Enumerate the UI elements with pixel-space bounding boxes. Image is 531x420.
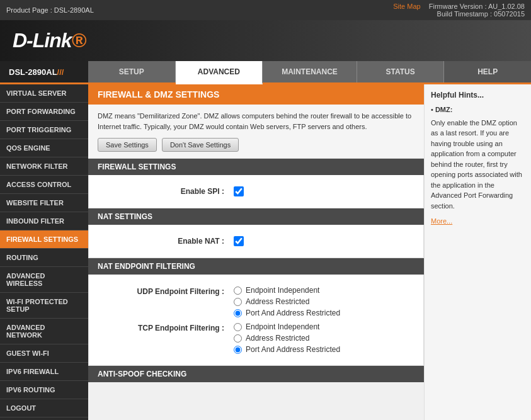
sidebar-item-virtual-server[interactable]: VIRTUAL SERVER <box>0 84 88 103</box>
tcp-port-address-restricted-radio[interactable] <box>234 346 242 354</box>
model-label: DSL-2890AL/// <box>0 61 88 82</box>
description-text: DMZ means "Demilitarized Zone". DMZ allo… <box>98 112 411 130</box>
udp-endpoint-independent-radio[interactable] <box>234 287 242 295</box>
sidebar-item-qos-engine[interactable]: QOS ENGINE <box>0 139 88 157</box>
tcp-port-address-restricted-row: Port And Address Restricted <box>234 345 340 354</box>
page-title: FIREWALL & DMZ SETTINGS <box>88 84 424 105</box>
logo-text: D-Link® <box>13 29 86 52</box>
sidebar: VIRTUAL SERVER PORT FORWARDING PORT TRIG… <box>0 84 88 420</box>
product-label: Product Page : DSL-2890AL <box>6 6 94 14</box>
sidebar-item-port-forwarding[interactable]: PORT FORWARDING <box>0 103 88 121</box>
nat-settings-header: NAT SETTINGS <box>88 208 424 225</box>
action-buttons: Save Settings Don't Save Settings <box>98 138 414 152</box>
tab-advanced[interactable]: ADVANCED <box>176 61 263 84</box>
logo: D-Link® <box>13 29 86 52</box>
logo-reg: ® <box>72 29 86 52</box>
tcp-address-restricted-label: Address Restricted <box>246 334 309 343</box>
header: D-Link® <box>0 20 531 61</box>
nat-settings-content: Enable NAT : <box>88 225 424 258</box>
udp-endpoint-independent-label: Endpoint Independent <box>246 286 319 295</box>
udp-address-restricted-row: Address Restricted <box>234 297 340 306</box>
udp-endpoint-independent-row: Endpoint Independent <box>234 286 340 295</box>
udp-endpoint-options: Endpoint Independent Address Restricted … <box>234 286 340 317</box>
udp-address-restricted-radio[interactable] <box>234 298 242 306</box>
sidebar-item-advanced-wireless[interactable]: ADVANCED WIRELESS <box>0 267 88 293</box>
tcp-endpoint-independent-row: Endpoint Independent <box>234 322 340 331</box>
tcp-endpoint-independent-radio[interactable] <box>234 323 242 331</box>
firmware-version: Firmware Version : AU_1.02.08 <box>429 3 525 10</box>
nat-endpoint-content: UDP Endpoint Filtering : Endpoint Indepe… <box>88 275 424 366</box>
enable-spi-checkbox[interactable] <box>234 186 244 196</box>
sidebar-item-firewall-settings[interactable]: FIREWALL SETTINGS <box>0 230 88 249</box>
sidebar-item-access-control[interactable]: ACCESS CONTROL <box>0 176 88 194</box>
build-timestamp: Build Timestamp : 05072015 <box>437 10 525 18</box>
description-box: DMZ means "Demilitarized Zone". DMZ allo… <box>88 105 424 159</box>
enable-nat-checkbox[interactable] <box>234 236 244 246</box>
udp-endpoint-label: UDP Endpoint Filtering : <box>98 286 224 296</box>
help-title: Helpful Hints... <box>431 91 525 99</box>
model-text: DSL-2890AL <box>9 67 57 77</box>
tcp-address-restricted-row: Address Restricted <box>234 334 340 343</box>
enable-nat-row: Enable NAT : <box>98 232 414 250</box>
dont-save-settings-button[interactable]: Don't Save Settings <box>162 138 239 152</box>
sidebar-item-ipv6-routing[interactable]: IPV6 ROUTING <box>0 381 88 399</box>
udp-port-address-restricted-radio[interactable] <box>234 309 242 317</box>
sidebar-item-logout[interactable]: LOGOUT <box>0 399 88 417</box>
content-area: FIREWALL & DMZ SETTINGS DMZ means "Demil… <box>88 84 424 420</box>
tcp-endpoint-options: Endpoint Independent Address Restricted … <box>234 322 340 354</box>
help-more-link[interactable]: More... <box>431 216 525 227</box>
main-layout: VIRTUAL SERVER PORT FORWARDING PORT TRIG… <box>0 84 531 420</box>
help-dmz-label: DMZ: <box>435 106 453 113</box>
model-slashes: /// <box>57 67 64 77</box>
tcp-endpoint-independent-label: Endpoint Independent <box>246 322 319 331</box>
sidebar-item-network-filter[interactable]: NETWORK FILTER <box>0 157 88 176</box>
tcp-port-address-restricted-label: Port And Address Restricted <box>246 345 340 354</box>
sidebar-item-inbound-filter[interactable]: INBOUND FILTER <box>0 212 88 230</box>
tab-status[interactable]: STATUS <box>357 61 445 82</box>
firewall-settings-header: FIREWALL SETTINGS <box>88 159 424 175</box>
help-content: • DMZ: Only enable the DMZ option as a l… <box>431 105 525 227</box>
sidebar-item-port-triggering[interactable]: PORT TRIGGERING <box>0 121 88 139</box>
sidebar-item-routing[interactable]: ROUTING <box>0 249 88 267</box>
enable-spi-row: Enable SPI : <box>98 183 414 200</box>
help-dmz-text: Only enable the DMZ option as a last res… <box>431 118 525 212</box>
udp-endpoint-row: UDP Endpoint Filtering : Endpoint Indepe… <box>98 286 414 317</box>
sidebar-item-ipv6-firewall[interactable]: IPV6 FIREWALL <box>0 363 88 381</box>
sitemap-link[interactable]: Site Map <box>393 3 420 10</box>
enable-spi-label: Enable SPI : <box>98 187 224 196</box>
top-bar: Product Page : DSL-2890AL Site Map Firmw… <box>0 0 531 20</box>
firmware-info: Site Map Firmware Version : AU_1.02.08 B… <box>393 3 525 18</box>
nav-tabs: DSL-2890AL/// SETUP ADVANCED MAINTENANCE… <box>0 61 531 84</box>
enable-nat-label: Enable NAT : <box>98 237 224 246</box>
help-panel: Helpful Hints... • DMZ: Only enable the … <box>424 84 531 420</box>
nat-endpoint-header: NAT ENDPOINT FILTERING <box>88 258 424 275</box>
firewall-settings-content: Enable SPI : <box>88 175 424 208</box>
save-settings-button[interactable]: Save Settings <box>98 138 157 152</box>
udp-port-address-restricted-label: Port And Address Restricted <box>246 309 340 317</box>
tcp-endpoint-label: TCP Endpoint Filtering : <box>98 322 224 332</box>
sidebar-item-guest-wifi[interactable]: GUEST Wi-Fi <box>0 344 88 363</box>
help-bullet-char: • DMZ: <box>431 105 525 115</box>
sidebar-item-website-filter[interactable]: WEBSITE FILTER <box>0 194 88 212</box>
sidebar-item-wifi-protected[interactable]: WI-FI PROTECTED SETUP <box>0 293 88 319</box>
udp-port-address-restricted-row: Port And Address Restricted <box>234 309 340 317</box>
tab-setup[interactable]: SETUP <box>88 61 176 82</box>
tcp-endpoint-row: TCP Endpoint Filtering : Endpoint Indepe… <box>98 322 414 354</box>
tcp-address-restricted-radio[interactable] <box>234 334 242 343</box>
udp-address-restricted-label: Address Restricted <box>246 297 309 306</box>
anti-spoof-header: ANTI-SPOOF CHECKING <box>88 366 424 382</box>
tab-maintenance[interactable]: MAINTENANCE <box>263 61 357 82</box>
sidebar-item-advanced-network[interactable]: ADVANCED NETWORK <box>0 319 88 344</box>
tab-help[interactable]: HELP <box>444 61 531 82</box>
